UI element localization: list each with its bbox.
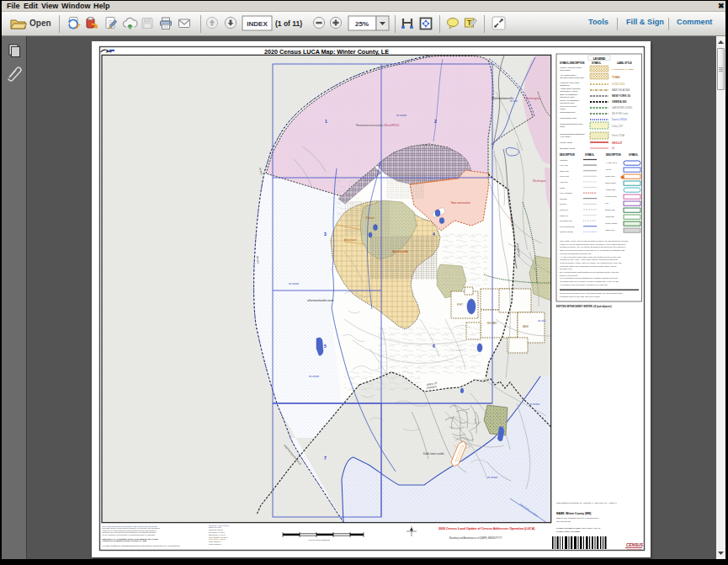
svg-text:KAW OKLA 5340: KAW OKLA 5340: [612, 88, 630, 92]
svg-text:SHEET INDEX NUMBER: SHEET INDEX NUMBER: [556, 530, 580, 533]
svg-text:Railroad: Railroad: [560, 198, 567, 200]
svg-text:Alaska CDP: Alaska CDP: [605, 189, 616, 190]
svg-text:False northing: 0: False northing: 0: [209, 543, 222, 545]
svg-text:Newtownreservation West/R910: Newtownreservation West/R910: [356, 124, 399, 127]
svg-text:blank we as territories.: blank we as territories.: [560, 275, 578, 276]
svg-text:Davis 18100: Davis 18100: [612, 118, 627, 121]
svg-text:NAME: Winter County (WN): NAME: Winter County (WN): [556, 512, 591, 515]
svg-text:Pipeline: Pipeline: [560, 203, 567, 205]
svg-text:INDEX: INDEX: [247, 20, 268, 28]
svg-text:3: 3: [324, 232, 327, 237]
svg-text:U.S. DEPARTMENT OF COMMERCE E: U.S. DEPARTMENT OF COMMERCE Economics an…: [103, 545, 181, 546]
svg-text:MILFORD town: MILFORD town: [612, 112, 629, 115]
svg-text:2nd std par: 44 06 00: 2nd std par: 44 06 00: [209, 534, 226, 536]
svg-text:SYMBOL: SYMBOL: [592, 61, 602, 65]
svg-text:Venito TDSA: Venito TDSA: [612, 134, 624, 137]
svg-text:False easting: 0: False easting: 0: [209, 541, 222, 542]
svg-text:Spheroid: GRS 80: Spheroid: GRS 80: [209, 529, 224, 530]
svg-text:2020 TI TO (configure delivery: 2020 TI TO (configure delivery expected …: [556, 517, 599, 520]
svg-text:Incorporated Place: Incorporated Place: [560, 117, 577, 120]
svg-text:2020 Census LUCA Map: Winter: 2020 Census LUCA Map: Winter County, LE: [264, 48, 389, 56]
svg-text:Nonvisible bdy: Nonvisible bdy: [560, 220, 573, 221]
svg-text:Produced by Geography Division: Produced by Geography Division: Revision…: [103, 540, 148, 542]
svg-text:25%: 25%: [355, 20, 369, 28]
svg-text:Datum: NAD 83: Datum: NAD 83: [209, 526, 221, 528]
svg-text:Bureau of the Census: Bureau of the Census: [627, 548, 641, 550]
svg-text:Ferry crossing: Ferry crossing: [560, 192, 572, 194]
svg-text:Powerline: Powerline: [560, 209, 569, 211]
svg-text:T1880: T1880: [612, 76, 620, 79]
svg-text:Reservation: Reservation: [560, 69, 571, 72]
svg-text:Urban area: Urban area: [605, 175, 615, 177]
svg-text:ONEIDA 065: ONEIDA 065: [612, 100, 627, 104]
svg-text:SYMBOL DESCRIPTION: SYMBOL DESCRIPTION: [560, 61, 585, 65]
svg-text:B 2. Following tribal census t: B 2. Following tribal census tracts belo…: [560, 271, 619, 273]
svg-text:DESCRIPTION: DESCRIPTION: [560, 153, 575, 157]
svg-text:do not constitute a determinat: do not constitute a determination of jur…: [103, 534, 156, 536]
svg-text:A 1. 'ZZ' represents a water-b: A 1. 'ZZ' represents a water-based entit…: [560, 256, 621, 258]
svg-text:xx-xxxxx: xx-xxxxx: [309, 375, 320, 378]
svg-text:Washington: Washington: [533, 179, 546, 183]
svg-text:Wakhamtownville: Wakhamtownville: [492, 97, 513, 100]
svg-text:LEGEND: LEGEND: [593, 57, 606, 61]
svg-text:symbol for only the highest-ra: symbol for only the highest-ranking of t…: [560, 243, 626, 245]
svg-text:Off-Reservation Trust Land: Off-Reservation Trust Land: [560, 77, 584, 79]
svg-text:School dist.: School dist.: [605, 209, 615, 211]
svg-text:ENTITIES WITHIN SHEET: WINTER: ENTITIES WITHIN SHEET: WINTER, LE (and a…: [556, 305, 612, 308]
svg-text:U.S. road: U.S. road: [560, 164, 568, 166]
svg-text:2020. The boundaries shown on: 2020. The boundaries shown on this map a…: [560, 249, 625, 251]
svg-text:boundaries of any entity. A pl: boundaries of any entity. A place name w…: [560, 259, 618, 260]
svg-text:C 3. Geographic areas and stat: C 3. Geographic areas and statistical ar…: [560, 277, 619, 279]
svg-text:Dolls lane castle: Dolls lane castle: [423, 452, 444, 456]
svg-text:L'ANSE RES. (TA 1880): L'ANSE RES. (TA 1880): [612, 68, 634, 71]
svg-text:Secondary Road: Secondary Road: [560, 147, 575, 150]
svg-text:Interstate: Interstate: [560, 159, 568, 161]
svg-text:Annexland: Annexland: [344, 238, 357, 242]
svg-text:Farmington: Farmington: [526, 97, 540, 100]
svg-text:FORT: FORT: [457, 303, 463, 306]
svg-text:equivalent entity): equivalent entity): [560, 96, 575, 99]
svg-text:AIANNH area: AIANNH area: [605, 162, 618, 163]
svg-text:Insley CDP: Insley CDP: [612, 125, 623, 128]
svg-text:Intermit. stream: Intermit. stream: [560, 231, 573, 232]
svg-text:Water area: Water area: [605, 229, 615, 231]
svg-text:UGA: UGA: [605, 202, 609, 204]
svg-text:4WD trail: 4WD trail: [560, 181, 568, 183]
svg-text:collection and tabulation purp: collection and tabulation purposes only.: [560, 253, 592, 254]
svg-text:xx-xxx: xx-xxx: [538, 319, 545, 322]
svg-text:xx-xxxxx: xx-xxxxx: [289, 282, 300, 285]
svg-text:4: 4: [433, 232, 435, 237]
svg-text:xx-xxxxx: xx-xxxxx: [529, 402, 540, 406]
svg-text:County subdiv: County subdiv: [605, 222, 618, 224]
svg-text:Voting dist.: Voting dist.: [605, 216, 615, 217]
svg-text:Lat of origin: 40 58 00: Lat of origin: 40 58 00: [209, 538, 226, 540]
svg-text:Corporation (ANRC): Corporation (ANRC): [560, 90, 578, 93]
svg-text:LAS BONS 41962: LAS BONS 41962: [612, 106, 633, 109]
svg-text:7: 7: [324, 456, 327, 461]
svg-text:and Other area.: and Other area.: [560, 268, 573, 269]
svg-text:ANVSA: ANVSA: [605, 168, 612, 170]
svg-text:CO (several ID): CO (several ID): [556, 520, 571, 523]
svg-text:SYMBOL: SYMBOL: [629, 153, 639, 157]
svg-text:Total Entities on Sheets: 11 /: Total Entities on Sheets: 11 / Parents: …: [556, 502, 617, 504]
svg-text:BASE: BASE: [523, 325, 529, 328]
svg-text:SHEET NUMBER/SHEET LOCATION: 1: SHEET NUMBER/SHEET LOCATION: 1 OF 11: [556, 527, 601, 530]
svg-text:OH13-37: OH13-37: [612, 141, 623, 145]
svg-text:012345 5420: 012345 5420: [612, 83, 625, 86]
svg-text:05-310: 05-310: [256, 256, 260, 264]
svg-text:6: 6: [433, 344, 435, 349]
svg-text:NEW YORK 36: NEW YORK 36: [612, 94, 630, 98]
svg-text:(MCD): (MCD): [560, 108, 566, 110]
svg-text:DESCRIPTION: DESCRIPTION: [606, 153, 621, 157]
svg-text:5: 5: [324, 344, 327, 349]
svg-text:equivalent entity): equivalent entity): [560, 102, 575, 104]
svg-text:Local road: Local road: [560, 175, 569, 177]
svg-text:Projection: Albers eq area: Projection: Albers eq area: [209, 525, 230, 526]
svg-text:SYMBOL: SYMBOL: [585, 153, 595, 157]
svg-text:allentownlandia town: allentownlandia town: [307, 299, 334, 302]
svg-text:0 0.5 1 1.5: 0 0.5 1 1.5 2 Kilometers: [308, 539, 330, 541]
svg-text:State road: State road: [560, 170, 569, 172]
svg-text:xx-xxxxx: xx-xxxxx: [396, 114, 407, 117]
svg-text:Primary Road: Primary Road: [560, 141, 572, 144]
svg-text:Census place: Census place: [605, 195, 618, 197]
